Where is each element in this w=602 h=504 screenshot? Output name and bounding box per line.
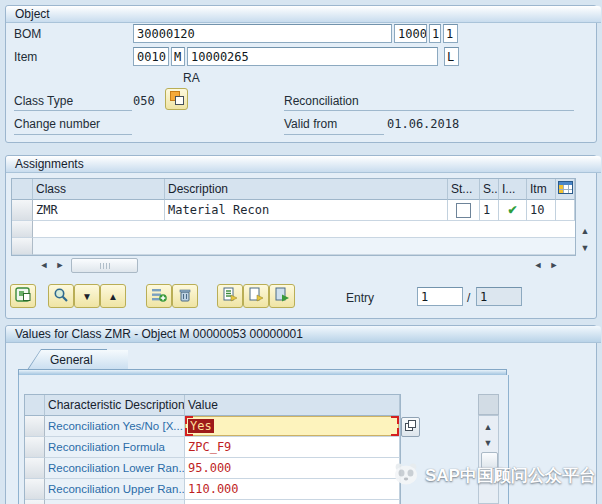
itm-cell[interactable]: 10 (527, 200, 556, 221)
bom-alternative-field[interactable]: 1 (443, 24, 458, 43)
scroll-right-button[interactable]: ► (52, 258, 68, 272)
characteristic-description-cell (45, 500, 185, 504)
class-type-value: 050 (133, 94, 155, 108)
move-down-button[interactable]: ▼ (74, 284, 100, 308)
focus-corner (391, 416, 399, 424)
bom-usage-field[interactable]: 1 (429, 24, 441, 43)
detail-button[interactable] (10, 284, 36, 308)
copy-line-button[interactable] (217, 284, 243, 308)
move-up-button[interactable]: ▲ (100, 284, 126, 308)
characteristic-description-cell[interactable]: Reconciliation Upper Ran... (45, 479, 185, 500)
scroll-left-button[interactable]: ◄ (36, 258, 52, 272)
released-check-icon: ✔ (507, 203, 517, 217)
characteristic-value-cell: Yes (185, 416, 400, 437)
insert-line-icon (151, 287, 167, 306)
bom-field[interactable]: 30000120 (133, 24, 392, 43)
characteristic-value-cell[interactable]: ZPC_F9 (185, 437, 400, 458)
item-material-field[interactable]: 10000265 (187, 47, 438, 66)
focus-corner (185, 428, 193, 436)
class-type-description: Reconciliation (284, 94, 359, 108)
scroll-up-button[interactable]: ▲ (480, 420, 496, 434)
value-input-focused[interactable]: Yes (185, 416, 399, 436)
delete-line-button[interactable] (172, 284, 198, 308)
empty-table-row[interactable] (12, 238, 575, 255)
assignments-table: Class Description St... S.. I... Itm (11, 178, 576, 256)
scroll-down-button[interactable]: ▼ (480, 436, 496, 450)
scroll-left-button[interactable]: ◄ (530, 258, 546, 272)
search-icon (53, 287, 69, 306)
row-selector[interactable] (25, 479, 45, 500)
triangle-up-icon: ▲ (108, 291, 118, 302)
item-flag-field[interactable]: L (444, 47, 459, 66)
empty-table-row[interactable] (12, 221, 575, 238)
assignments-header-row: Class Description St... S.. I... Itm (12, 179, 575, 200)
change-number-label: Change number (14, 117, 100, 131)
bom-label: BOM (14, 27, 41, 41)
valid-from-value: 01.06.2018 (387, 117, 459, 131)
tab-general[interactable]: General (28, 350, 128, 370)
characteristic-value-cell (185, 500, 400, 504)
class-type-icon (169, 90, 185, 109)
copy-line-icon (222, 287, 238, 306)
empty-cell (33, 221, 575, 238)
characteristic-column-header: Characteristic Description (45, 395, 185, 416)
scroll-down-button[interactable]: ▼ (577, 241, 593, 255)
focus-corner (391, 428, 399, 436)
row-selector[interactable] (25, 416, 45, 437)
scrollbar-header-filler (478, 394, 499, 415)
paste-line-button[interactable] (243, 284, 269, 308)
sap-classification-window: Object BOM 30000120 1000 1 1 Item 0010 M… (0, 0, 602, 504)
divider (14, 133, 132, 135)
row-selector[interactable] (25, 458, 45, 479)
itm-column-header: Itm (527, 179, 556, 200)
characteristic-description-cell[interactable]: Reconciliation Formula (45, 437, 185, 458)
class-type-label: Class Type (14, 94, 73, 108)
divider (284, 109, 574, 111)
description-cell[interactable]: Material Recon (165, 200, 448, 221)
row-selector[interactable] (12, 238, 33, 255)
row-selector[interactable] (12, 200, 33, 221)
scroll-up-button[interactable]: ▲ (577, 224, 593, 238)
table-layout-icon (558, 181, 573, 197)
insert-line-button[interactable] (146, 284, 172, 308)
characteristic-description-cell[interactable]: Reconciliation Yes/No [X... (45, 416, 185, 437)
characteristic-description-cell[interactable]: Reconciliation Lower Ran... (45, 458, 185, 479)
class-type-button[interactable] (165, 88, 188, 110)
horizontal-scrollbar-thumb[interactable] (71, 258, 138, 273)
value-column-header: Value (185, 395, 400, 416)
triangle-down-icon: ▼ (82, 291, 92, 302)
table-layout-button[interactable] (556, 179, 575, 200)
empty-cell (556, 200, 575, 221)
characteristic-row: Reconciliation Lower Ran... 95.000 (25, 458, 400, 479)
row-selector[interactable] (25, 500, 45, 504)
standard-checkbox[interactable] (456, 203, 471, 218)
scroll-right-button[interactable]: ► (546, 258, 562, 272)
characteristic-value-cell[interactable]: 110.000 (185, 479, 400, 500)
copy-values-button[interactable] (269, 284, 295, 308)
value-dropdown-button[interactable] (401, 417, 420, 437)
row-selector[interactable] (12, 221, 33, 238)
item-label: Item (14, 50, 37, 64)
object-group-title: Object (6, 6, 601, 23)
characteristic-row: Reconciliation Upper Ran... 110.000 (25, 479, 400, 500)
i-cell: ✔ (499, 200, 527, 221)
divider (284, 133, 384, 135)
row-selector[interactable] (25, 437, 45, 458)
focus-corner (185, 416, 193, 424)
select-all-cell[interactable] (12, 179, 33, 200)
s-column-header: S.. (480, 179, 499, 200)
copy-values-icon (274, 287, 290, 306)
class-column-header: Class (33, 179, 165, 200)
item-number-field[interactable]: 0010 (133, 47, 169, 66)
bom-plant-field[interactable]: 1000 (394, 24, 427, 43)
watermark-text: SAP中国顾问公众平台 (425, 464, 596, 487)
description-column-header: Description (165, 179, 448, 200)
class-cell[interactable]: ZMR (33, 200, 165, 221)
entry-field[interactable]: 1 (417, 287, 463, 306)
item-category-field[interactable]: M (171, 47, 185, 66)
find-button[interactable] (48, 284, 74, 308)
select-all-cell[interactable] (25, 395, 45, 416)
paste-line-icon (248, 287, 264, 306)
s-cell[interactable]: 1 (480, 200, 499, 221)
characteristic-value-cell[interactable]: 95.000 (185, 458, 400, 479)
